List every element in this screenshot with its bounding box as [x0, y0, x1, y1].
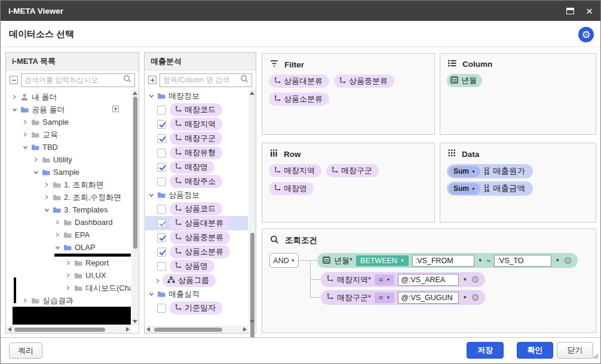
dimension-pill[interactable]: 상품중분류 [334, 75, 394, 88]
scroll-left-icon[interactable] [146, 327, 150, 332]
measure-pill[interactable]: Sum▼ 1234 매출원가 [447, 164, 533, 178]
chevron-down-icon[interactable] [148, 292, 154, 297]
scroll-up-icon[interactable] [133, 91, 137, 95]
field-checkbox[interactable] [157, 233, 166, 242]
dimension-pill[interactable]: 매장구군 [326, 164, 379, 177]
scroll-up-icon[interactable] [250, 91, 254, 95]
scroll-left-icon[interactable] [8, 327, 11, 332]
field-checkbox[interactable] [157, 106, 166, 115]
search-icon[interactable] [123, 75, 131, 85]
tree-item[interactable]: 공용 폴더 [7, 103, 131, 116]
scrollbar-thumb[interactable] [154, 328, 222, 332]
close-button[interactable]: × [586, 5, 593, 17]
field-row[interactable]: 매장명 [145, 160, 248, 174]
field-row[interactable]: 매장지역 [145, 117, 248, 131]
value-dropdown-icon[interactable]: ▼ [462, 277, 467, 282]
tree-item[interactable]: TBD [7, 141, 131, 153]
close-dialog-button[interactable]: 닫기 [557, 342, 593, 359]
value-from-dropdown-icon[interactable]: ▼ [478, 258, 483, 263]
dimension-pill[interactable]: 상품소분류 [269, 92, 329, 106]
scroll-right-icon[interactable] [126, 327, 130, 332]
tree-item[interactable]: Sample [7, 116, 131, 128]
chevron-down-icon[interactable] [11, 107, 17, 112]
value-dropdown-icon[interactable]: ▼ [462, 295, 467, 300]
scrollbar-thumb[interactable] [250, 233, 254, 352]
condition-settings-icon[interactable]: ⚙ [563, 256, 572, 266]
field-row[interactable]: 상품코드 [145, 202, 248, 216]
maximize-button[interactable] [566, 8, 574, 14]
field-row[interactable]: 매장유형 [145, 146, 248, 160]
chevron-down-icon[interactable] [33, 170, 39, 175]
field-checkbox[interactable] [157, 205, 166, 214]
scroll-down-icon[interactable] [250, 320, 254, 323]
field-checkbox[interactable] [157, 120, 166, 129]
field-row[interactable]: 상품소분류 [145, 245, 248, 259]
field-checkbox[interactable] [157, 262, 166, 271]
field-row[interactable]: 매장구군 [145, 131, 248, 146]
chevron-right-icon[interactable] [22, 119, 28, 125]
field-row[interactable]: 상품명 [145, 259, 248, 273]
chevron-right-icon[interactable] [65, 260, 71, 266]
add-folder-icon[interactable] [112, 105, 119, 114]
chevron-right-icon[interactable] [22, 298, 28, 303]
tree-item[interactable]: Report [7, 257, 131, 269]
search-icon[interactable] [240, 75, 249, 85]
save-button[interactable]: 저장 [467, 342, 504, 359]
dimension-pill[interactable]: 매장명 [269, 182, 314, 195]
field-row[interactable]: 상품대분류 [145, 216, 248, 230]
field-row[interactable]: 기준일자 [145, 301, 248, 315]
tree-item[interactable]: 3. Templates [7, 203, 131, 216]
chevron-right-icon[interactable] [65, 285, 71, 291]
dimension-pill[interactable]: 상품대분류 [269, 75, 329, 88]
scroll-right-icon[interactable] [243, 327, 247, 332]
operator-dropdown[interactable]: BETWEEN▼ [356, 255, 409, 266]
field-row[interactable]: 상품그룹 [145, 273, 248, 288]
value-input[interactable] [398, 274, 459, 286]
imeta-search-input[interactable] [24, 76, 121, 84]
dimension-pill[interactable]: 매장지역 [269, 164, 321, 177]
field-row[interactable]: 상품중분류 [145, 230, 248, 245]
value-to-input[interactable] [494, 255, 551, 267]
field-checkbox[interactable] [157, 219, 166, 228]
tree-item[interactable]: UI,UX [7, 269, 131, 282]
scrollbar-thumb[interactable] [133, 97, 137, 249]
tree-item[interactable]: 내 폴더 [7, 91, 131, 103]
value-from-input[interactable] [412, 255, 474, 267]
operator-dropdown[interactable]: =▼ [375, 274, 394, 285]
field-group-row[interactable]: 매출실적 [145, 288, 248, 301]
field-search-input[interactable] [163, 76, 238, 84]
chevron-right-icon[interactable] [11, 94, 17, 100]
expand-all-icon[interactable] [148, 76, 157, 84]
field-group-row[interactable]: 상품정보 [145, 189, 248, 202]
tree-item[interactable]: Sample [7, 166, 131, 178]
condition-settings-icon[interactable]: ⚙ [471, 275, 479, 285]
aggregation-dropdown[interactable]: Sum▼ [449, 183, 480, 195]
column-pill[interactable]: 년월 [447, 74, 482, 87]
tree-item[interactable]: 2. 조회,수정화면 [7, 191, 131, 203]
horizontal-scrollbar[interactable] [6, 326, 131, 333]
tree-item[interactable]: Utility [7, 153, 131, 166]
measure-pill[interactable]: Sum▼ 1234 매출금액 [447, 181, 533, 196]
chevron-down-icon[interactable] [44, 208, 50, 212]
chevron-right-icon[interactable] [22, 132, 28, 137]
query-button[interactable]: 쿼리 [9, 343, 42, 359]
chevron-right-icon[interactable] [44, 195, 50, 200]
chevron-right-icon[interactable] [33, 157, 39, 162]
chevron-down-icon[interactable] [54, 245, 60, 250]
ok-button[interactable]: 확인 [517, 342, 553, 359]
scrollbar-thumb[interactable] [14, 328, 105, 332]
field-checkbox[interactable] [157, 163, 166, 172]
value-input[interactable] [398, 292, 459, 304]
chevron-right-icon[interactable] [54, 220, 60, 225]
field-group-row[interactable]: 매장정보 [145, 90, 248, 103]
operator-dropdown[interactable]: =▼ [375, 292, 394, 303]
settings-button[interactable]: ⚙ [578, 27, 594, 42]
chevron-down-icon[interactable] [148, 94, 154, 98]
field-checkbox[interactable] [157, 304, 166, 313]
collapse-all-icon[interactable] [10, 76, 18, 84]
condition-settings-icon[interactable]: ⚙ [471, 293, 479, 303]
tree-item[interactable]: 대시보드(Chart,Eve [7, 282, 131, 294]
and-operator-button[interactable]: AND▼ [269, 253, 299, 268]
chevron-down-icon[interactable] [22, 145, 28, 150]
chevron-down-icon[interactable] [148, 193, 154, 198]
